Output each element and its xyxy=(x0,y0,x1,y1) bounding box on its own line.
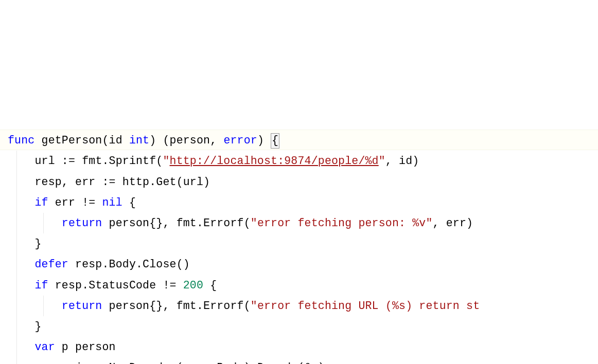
code-line[interactable]: err = json.NewDecoder(resp.Body).Decode(… xyxy=(8,357,598,364)
string-literal: "error fetching person: %v" xyxy=(251,217,433,229)
url-string: http://localhost:9874/people/%d xyxy=(170,155,379,167)
keyword-func: func xyxy=(8,134,34,147)
keyword-if: if xyxy=(34,196,48,209)
indent-guide xyxy=(43,213,44,233)
paren: ) xyxy=(149,134,156,147)
code-line[interactable]: return person{}, fmt.Errorf("error fetch… xyxy=(8,296,598,316)
keyword-return: return xyxy=(62,300,102,312)
indent-guide xyxy=(16,192,17,213)
code-editor[interactable]: func getPerson(id int) (person, error) {… xyxy=(8,130,598,364)
code-line[interactable]: defer resp.Body.Close() xyxy=(8,254,598,275)
code-line[interactable]: func getPerson(id int) (person, error) { xyxy=(8,130,598,151)
code-line[interactable]: resp, err := http.Get(url) xyxy=(8,172,598,192)
type: int xyxy=(129,134,149,147)
keyword-return: return xyxy=(62,217,102,229)
indent-guide xyxy=(16,151,17,171)
indent-guide xyxy=(16,357,17,364)
code-line[interactable]: if err != nil { xyxy=(8,192,598,213)
indent-guide xyxy=(43,296,44,316)
string-literal: "error fetching URL (%s) return st xyxy=(251,300,480,312)
code-line[interactable]: return person{}, fmt.Errorf("error fetch… xyxy=(8,213,598,233)
matched-brace: { xyxy=(271,133,279,149)
code-line[interactable]: var p person xyxy=(8,337,598,357)
paren: ( xyxy=(102,134,109,147)
indent-guide xyxy=(16,172,17,192)
code-line[interactable]: } xyxy=(8,316,598,337)
keyword-nil: nil xyxy=(102,196,122,209)
type: person xyxy=(170,134,210,147)
keyword-var: var xyxy=(34,341,55,353)
indent-guide xyxy=(16,296,17,316)
code-line[interactable]: if resp.StatusCode != 200 { xyxy=(8,275,598,296)
paren: ( xyxy=(163,134,169,147)
indent-guide xyxy=(16,233,17,254)
indent-guide xyxy=(16,254,17,275)
paren: ) xyxy=(257,134,264,147)
param: id xyxy=(109,134,122,147)
keyword-defer: defer xyxy=(34,258,68,270)
indent-guide xyxy=(16,337,17,357)
type: error xyxy=(223,134,257,147)
code-line[interactable]: } xyxy=(8,233,598,254)
indent-guide xyxy=(16,316,17,337)
indent-guide xyxy=(16,275,17,296)
identifier: getPerson xyxy=(42,134,102,147)
keyword-if: if xyxy=(34,279,48,292)
number-literal: 200 xyxy=(183,279,203,292)
identifier: url xyxy=(34,155,55,167)
code-line[interactable]: url := fmt.Sprintf("http://localhost:987… xyxy=(8,151,598,171)
indent-guide xyxy=(16,213,17,233)
